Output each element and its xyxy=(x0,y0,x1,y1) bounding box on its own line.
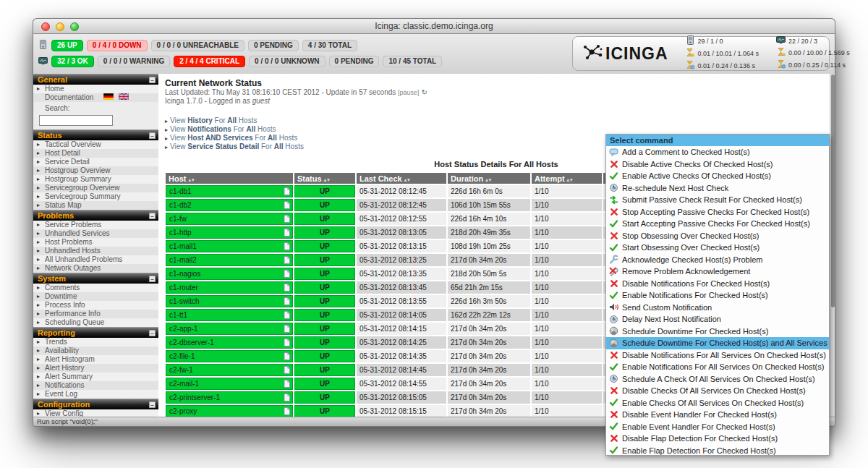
sidebar-item-servicegroup-overview[interactable]: ▸Servicegroup Overview xyxy=(33,184,158,192)
collapse-icon[interactable]: – xyxy=(149,132,156,139)
host-cell[interactable]: c2-proxy xyxy=(166,405,293,417)
extinfo-page-icon[interactable] xyxy=(284,366,290,376)
sidebar-item-performance-info[interactable]: ▸Performance Info xyxy=(33,310,158,318)
collapse-icon[interactable]: – xyxy=(149,401,156,408)
pause-link[interactable]: [pause] xyxy=(398,89,420,96)
host-cell[interactable]: c2-dbserver-1 xyxy=(166,336,293,349)
menu-item[interactable]: Enable Notifications For All Services On… xyxy=(606,361,829,373)
services-unknown-badge[interactable]: 0 / 0 / 0 UNKNOWN xyxy=(249,56,325,67)
sort-icons[interactable]: ▴▾ xyxy=(485,177,492,182)
menu-item[interactable]: Start Obsessing Over Checked Host(s) xyxy=(606,242,829,254)
column-header-host[interactable]: Host▴▾ xyxy=(166,173,293,184)
sort-icons[interactable]: ▴▾ xyxy=(567,177,574,182)
sidebar-item-process-info[interactable]: ▸Process Info xyxy=(33,301,158,310)
host-name[interactable]: c1-router xyxy=(169,284,198,292)
sidebar-item-alert-histogram[interactable]: ▸Alert Histogram xyxy=(33,355,158,364)
menu-item[interactable]: Enable Event Handler For Checked Host(s) xyxy=(606,421,829,433)
host-name[interactable]: c1-nagios xyxy=(169,270,200,278)
host-name[interactable]: c1-tt1 xyxy=(169,311,187,319)
host-cell[interactable]: c2-mail-1 xyxy=(166,378,293,390)
host-name[interactable]: c1-mail2 xyxy=(169,256,197,264)
sidebar-item-event-log[interactable]: ▸Event Log xyxy=(33,390,158,399)
menu-item[interactable]: Disable Event Handler For Checked Host(s… xyxy=(606,409,829,421)
sidebar-item-alert-history[interactable]: ▸Alert History xyxy=(33,364,158,373)
extinfo-page-icon[interactable] xyxy=(284,229,290,239)
menu-item[interactable]: Enable Notifications For Checked Host(s) xyxy=(606,289,829,302)
host-name[interactable]: c1-db2 xyxy=(169,201,192,209)
column-header-last-check[interactable]: Last Check▴▾ xyxy=(357,173,446,184)
menu-item[interactable]: Disable Notifications For All Services O… xyxy=(606,349,829,362)
sidebar-item-availability[interactable]: ▸Availability xyxy=(33,346,158,355)
extinfo-page-icon[interactable] xyxy=(284,380,290,390)
hosts-total-badge[interactable]: 4 / 30 TOTAL xyxy=(302,40,357,51)
hosts-pending-badge[interactable]: 0 PENDING xyxy=(248,40,299,51)
host-name[interactable]: c1-http xyxy=(169,229,192,237)
host-name[interactable]: c2-mail-1 xyxy=(169,380,199,388)
extinfo-page-icon[interactable] xyxy=(284,407,290,417)
services-ok-badge[interactable]: 32 / 3 OK xyxy=(51,56,94,67)
menu-item[interactable]: Add a Comment to Checked Host(s) xyxy=(606,146,829,158)
view-link[interactable]: ▸View Notifications For All Hosts xyxy=(165,125,830,134)
extinfo-page-icon[interactable] xyxy=(284,187,290,197)
scrollbar-thumb[interactable] xyxy=(831,75,835,307)
sidebar-item-host-detail[interactable]: ▸Host Detail xyxy=(33,149,158,158)
menu-item[interactable]: Disable Active Checks Of Checked Host(s) xyxy=(606,158,829,171)
sidebar-item-notifications[interactable]: ▸Notifications xyxy=(33,381,158,390)
sidebar-item-trends[interactable]: ▸Trends xyxy=(33,338,158,346)
sidebar-item-downtime[interactable]: ▸Downtime xyxy=(33,292,158,301)
sidebar-item-host-problems[interactable]: ▸Host Problems xyxy=(33,238,158,247)
sidebar-item-status-map[interactable]: ▸Status Map xyxy=(33,201,158,210)
menu-item[interactable]: Submit Passive Check Result For Checked … xyxy=(606,194,829,206)
close-button[interactable] xyxy=(41,22,50,31)
minimize-button[interactable] xyxy=(56,22,64,31)
view-link[interactable]: ▸View History For All Hosts xyxy=(165,116,830,125)
vertical-scrollbar[interactable] xyxy=(830,74,835,417)
extinfo-page-icon[interactable] xyxy=(284,215,290,225)
host-name[interactable]: c2-file-1 xyxy=(169,352,195,360)
extinfo-page-icon[interactable] xyxy=(284,325,290,335)
extinfo-page-icon[interactable] xyxy=(284,352,290,362)
host-name[interactable]: c1-fw xyxy=(169,215,187,223)
menu-item[interactable]: Enable Active Checks Of Checked Host(s) xyxy=(606,170,829,182)
menu-item[interactable]: Schedule Downtime For Checked Host(s) an… xyxy=(606,337,829,349)
host-name[interactable]: c1-mail1 xyxy=(169,242,197,250)
english-flag-icon[interactable] xyxy=(119,93,129,102)
services-critical-badge[interactable]: 2 / 4 / 4 CRITICAL xyxy=(174,56,245,67)
extinfo-page-icon[interactable] xyxy=(284,242,290,252)
sidebar-item-hostgroup-summary[interactable]: ▸Hostgroup Summary xyxy=(33,175,158,184)
sidebar-item-home[interactable]: ▸Home xyxy=(33,85,158,93)
sidebar-item-view-config[interactable]: ▸View Config xyxy=(33,409,158,417)
host-cell[interactable]: c1-mail1 xyxy=(166,240,293,252)
zoom-button[interactable] xyxy=(70,22,79,31)
host-cell[interactable]: c2-printserver-1 xyxy=(166,391,293,404)
column-header-attempt[interactable]: Attempt▴▾ xyxy=(532,173,602,184)
column-header-status[interactable]: Status▴▾ xyxy=(294,173,355,184)
services-total-badge[interactable]: 10 / 45 TOTAL xyxy=(383,56,442,67)
search-input[interactable] xyxy=(39,115,113,126)
host-cell[interactable]: c1-http xyxy=(166,226,293,239)
host-name[interactable]: c2-printserver-1 xyxy=(169,393,220,401)
extinfo-page-icon[interactable] xyxy=(284,256,290,266)
menu-item[interactable]: Start Accepting Passive Checks For Check… xyxy=(606,218,829,230)
extinfo-page-icon[interactable] xyxy=(284,393,290,404)
extinfo-page-icon[interactable] xyxy=(284,284,290,294)
menu-item[interactable]: Send Custom Notification xyxy=(606,302,829,314)
sidebar-item-alert-summary[interactable]: ▸Alert Summary xyxy=(33,373,158,381)
host-cell[interactable]: c1-db1 xyxy=(166,185,293,197)
titlebar[interactable]: Icinga: classic.demo.icinga.org xyxy=(33,19,835,34)
host-cell[interactable]: c1-tt1 xyxy=(166,309,293,321)
refresh-icon[interactable]: ↻ xyxy=(421,88,427,96)
services-warning-badge[interactable]: 0 / 0 / 0 WARNING xyxy=(98,56,170,67)
host-cell[interactable]: c2-fw-1 xyxy=(166,364,293,376)
menu-item[interactable]: Stop Accepting Passive Checks For Checke… xyxy=(606,206,829,218)
host-name[interactable]: c2-fw-1 xyxy=(169,366,193,374)
services-pending-badge[interactable]: 0 PENDING xyxy=(329,56,380,67)
collapse-icon[interactable]: – xyxy=(149,77,156,83)
sidebar-item-comments[interactable]: ▸Comments xyxy=(33,284,158,292)
sort-icons[interactable]: ▴▾ xyxy=(404,177,411,182)
host-cell[interactable]: c2-file-1 xyxy=(166,350,293,362)
host-cell[interactable]: c1-nagios xyxy=(166,268,293,280)
extinfo-page-icon[interactable] xyxy=(284,297,290,307)
column-header-duration[interactable]: Duration▴▾ xyxy=(448,173,530,184)
menu-item[interactable]: Disable Flap Detection For Checked Host(… xyxy=(606,433,829,445)
